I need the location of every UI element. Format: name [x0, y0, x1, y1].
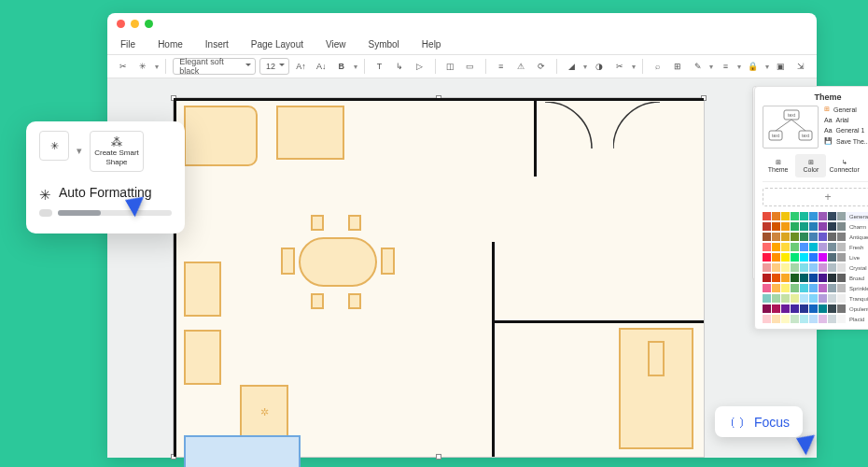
color-scheme-list: General Charm Antique Fresh Live Crystal…	[763, 212, 868, 323]
canvas-area: ✲	[107, 78, 817, 458]
menu-page-layout[interactable]: Page Layout	[251, 39, 303, 50]
tab-text[interactable]: AaText	[862, 154, 868, 177]
scheme-broad[interactable]: Broad	[763, 274, 868, 282]
theme-opt-general[interactable]: ⊞General	[824, 106, 868, 113]
window-titlebar	[107, 13, 817, 34]
focus-icon: ⟮ ⟯	[728, 414, 747, 430]
cut-icon[interactable]: ✂	[115, 58, 132, 75]
bold-icon[interactable]: B	[333, 58, 350, 75]
focus-mode-button[interactable]: ⟮ ⟯ Focus	[715, 406, 803, 437]
create-smart-shape-button[interactable]: ⁂ Create Smart Shape	[90, 131, 144, 172]
floor-plan-canvas[interactable]: ✲	[173, 97, 705, 458]
stairs	[619, 328, 693, 450]
auto-format-icon: ✳	[39, 187, 51, 204]
theme-panel-title: Theme	[763, 92, 868, 102]
tab-theme[interactable]: ⊞Theme	[763, 154, 793, 177]
font-size-select[interactable]: 12	[259, 58, 289, 75]
pointer-icon[interactable]: ▷	[412, 58, 428, 75]
svg-text:text: text	[788, 112, 796, 118]
door-arc	[613, 102, 698, 174]
scheme-live[interactable]: Live	[763, 253, 868, 262]
scheme-tranquil[interactable]: Tranquil	[763, 294, 868, 303]
svg-line-4	[791, 120, 805, 131]
pen-icon[interactable]: ✎	[690, 58, 707, 75]
crop-icon[interactable]: ✂	[611, 58, 628, 75]
font-decrease-icon[interactable]: A↓	[313, 58, 329, 75]
fill-icon[interactable]: ◢	[564, 58, 581, 75]
theme-panel: Theme texttexttext ⊞General AaArial AaGe…	[754, 86, 868, 330]
kitchen-area: ✲	[184, 106, 491, 446]
add-theme-button[interactable]: +	[763, 188, 868, 206]
menu-file[interactable]: File	[120, 39, 135, 50]
blue-room	[184, 435, 301, 467]
svg-text:text: text	[802, 133, 810, 138]
font-select[interactable]: Elegant soft black	[173, 58, 256, 75]
rotate-icon[interactable]: ⟳	[533, 58, 550, 75]
line-style-icon[interactable]: ≡	[717, 58, 734, 75]
align-icon[interactable]: ≡	[493, 58, 510, 75]
scheme-charm[interactable]: Charm	[763, 222, 868, 231]
zoom-dot[interactable]	[145, 20, 153, 28]
theme-preview[interactable]: texttexttext	[763, 106, 819, 149]
font-increase-icon[interactable]: A↑	[293, 58, 310, 75]
svg-line-3	[776, 120, 791, 131]
layers-icon[interactable]: ◫	[441, 58, 458, 75]
tab-color[interactable]: ⊞Color	[795, 154, 826, 177]
focus-label: Focus	[754, 415, 790, 430]
toolbar: ✂ ✳▾ Elegant soft black 12 A↑ A↓ B▾ T ↳ …	[107, 54, 817, 78]
menu-insert[interactable]: Insert	[205, 39, 229, 50]
menu-bar: File Home Insert Page Layout View Symbol…	[107, 34, 817, 54]
scheme-antique[interactable]: Antique	[763, 233, 868, 241]
auto-format-slider[interactable]	[39, 209, 172, 217]
lock-icon[interactable]: 🔒	[745, 58, 762, 75]
scheme-fresh[interactable]: Fresh	[763, 243, 868, 251]
menu-home[interactable]: Home	[158, 39, 183, 50]
app-window: File Home Insert Page Layout View Symbol…	[107, 13, 817, 458]
auto-formatting-popup: ✳ ▾ ⁂ Create Smart Shape ✳ Auto Formatti…	[26, 121, 185, 234]
scheme-placid[interactable]: Placid	[763, 315, 868, 323]
scheme-general[interactable]: General	[763, 212, 868, 220]
grid-icon[interactable]: ⊞	[669, 58, 686, 75]
svg-text:text: text	[772, 133, 780, 138]
menu-help[interactable]: Help	[422, 39, 441, 50]
shape-icon[interactable]: ▭	[462, 58, 479, 75]
theme-opt-arial[interactable]: AaArial	[824, 117, 868, 123]
opacity-icon[interactable]: ◑	[591, 58, 608, 75]
export-icon[interactable]: ⇲	[792, 58, 809, 75]
auto-format-small-icon[interactable]: ✳	[39, 131, 69, 161]
menu-symbol[interactable]: Symbol	[369, 39, 399, 50]
theme-save[interactable]: 💾Save The...	[824, 137, 868, 145]
warning-icon[interactable]: ⚠	[512, 58, 529, 75]
close-dot[interactable]	[117, 20, 125, 28]
page-icon[interactable]: ▣	[773, 58, 790, 75]
connector-icon[interactable]: ↳	[391, 58, 408, 75]
minimize-dot[interactable]	[131, 20, 139, 28]
text-tool-icon[interactable]: T	[371, 58, 388, 75]
auto-format-icon[interactable]: ✳	[135, 58, 152, 75]
search-icon[interactable]: ⌕	[650, 58, 666, 75]
scheme-sprinkle[interactable]: Sprinkle	[763, 284, 868, 292]
scheme-opulent[interactable]: Opulent	[763, 304, 868, 313]
scheme-crystal[interactable]: Crystal	[763, 263, 868, 272]
menu-view[interactable]: View	[326, 39, 346, 50]
tab-connector[interactable]: ↳Connector	[828, 154, 860, 177]
theme-opt-general1[interactable]: AaGeneral 1	[824, 127, 868, 134]
